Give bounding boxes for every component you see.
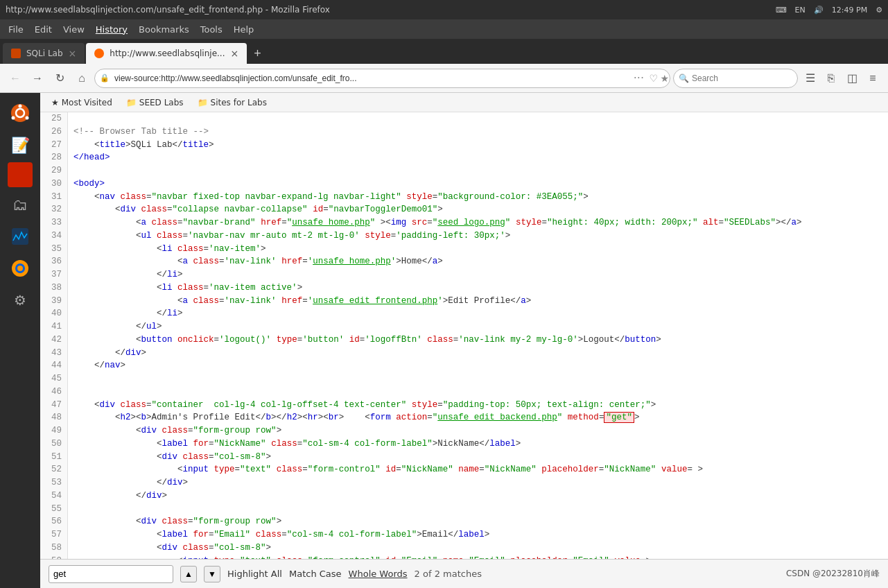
match-case-option[interactable]: Match Case — [289, 569, 342, 579]
menu-view[interactable]: View — [58, 21, 90, 37]
navbar: ← → ↻ ⌂ 🔒 ··· ♡ ★ 🔍 ☰ ⎘ ◫ ≡ — [0, 64, 888, 93]
menu-help[interactable]: Help — [228, 21, 260, 37]
menu-file[interactable]: File — [3, 21, 29, 37]
tab-sqli-lab[interactable]: SQLi Lab × — [3, 43, 85, 64]
line-number: 49 — [40, 424, 68, 438]
bookmark-star-icon[interactable]: ★ — [660, 73, 669, 84]
tab-source[interactable]: http://www.seedlabsqlinje... × — [86, 43, 247, 64]
menu-button[interactable]: ≡ — [863, 69, 882, 88]
line-content: <label for="NickName" class="col-sm-4 co… — [68, 438, 888, 451]
sidebar-red-icon[interactable] — [8, 162, 33, 187]
reload-button[interactable]: ↻ — [50, 69, 69, 88]
bookmark-heart-icon[interactable]: ♡ — [649, 73, 658, 84]
sidebar-firefox-icon[interactable] — [6, 254, 35, 283]
forward-button[interactable]: → — [28, 69, 47, 88]
line-number: 57 — [40, 528, 68, 542]
line-content — [68, 164, 888, 178]
bookmark-sites-for-labs[interactable]: 📁 Sites for Labs — [192, 96, 272, 109]
url-options-icon[interactable]: ··· — [634, 71, 644, 85]
titlebar-left: http://www.seedlabsqlinjection.com/unsaf… — [6, 5, 330, 15]
line-number: 58 — [40, 542, 68, 555]
svg-point-4 — [26, 116, 29, 120]
menu-bookmarks[interactable]: Bookmarks — [133, 21, 195, 37]
line-number: 47 — [40, 399, 68, 412]
highlight-all-option[interactable]: Highlight All — [227, 569, 282, 579]
menu-history[interactable]: History — [90, 21, 133, 37]
line-number: 28 — [40, 151, 68, 164]
table-row: 57 <label for="Email" class="col-sm-4 co… — [40, 528, 888, 542]
synced-tabs-button[interactable]: ⎘ — [821, 69, 841, 88]
folder-icon: 📁 — [126, 98, 137, 107]
lang-indicator: EN — [795, 6, 806, 15]
sidebar-settings-icon[interactable]: ⚙ — [6, 286, 35, 315]
tab-close-source[interactable]: × — [230, 48, 238, 59]
line-content: <div class="form-group row"> — [68, 515, 888, 528]
library-button[interactable]: ☰ — [801, 69, 820, 88]
code-area: 2526<!-- Browser Tab title -->27 <title>… — [40, 112, 888, 559]
line-number: 35 — [40, 243, 68, 256]
line-content: <title>SQLi Lab</title> — [68, 139, 888, 152]
new-tab-button[interactable]: + — [248, 44, 267, 64]
tab-label-source: http://www.seedlabsqlinje... — [110, 49, 225, 58]
search-input[interactable] — [673, 69, 798, 88]
table-row: 48 <h2><b>Admin's Profile Edit</b></h2><… — [40, 411, 888, 424]
find-next-button[interactable]: ▼ — [204, 566, 220, 582]
nav-extras: ☰ ⎘ ◫ ≡ — [801, 69, 882, 88]
table-row: 53 </div> — [40, 476, 888, 490]
search-container: 🔍 — [673, 69, 798, 88]
line-number: 45 — [40, 372, 68, 386]
line-number: 54 — [40, 490, 68, 503]
line-number: 42 — [40, 334, 68, 347]
table-row: 40 </li> — [40, 307, 888, 320]
bookmark-seed-labs[interactable]: 📁 SEED Labs — [121, 96, 189, 109]
sidebar-notes-icon[interactable]: 📝 — [6, 130, 35, 159]
url-input[interactable] — [94, 69, 670, 88]
volume-icon: 🔊 — [814, 6, 824, 15]
menu-tools[interactable]: Tools — [195, 21, 228, 37]
table-row: 52 <input type="text" class="form-contro… — [40, 463, 888, 476]
line-content: <input type="text" class="form-control" … — [68, 463, 888, 476]
line-number: 43 — [40, 347, 68, 360]
table-row: 27 <title>SQLi Lab</title> — [40, 139, 888, 152]
table-row: 42 <button onclick='logout()' type='butt… — [40, 334, 888, 347]
sidebar-ubuntu-icon[interactable] — [6, 98, 35, 128]
browser-window: http://www.seedlabsqlinjection.com/unsaf… — [0, 0, 888, 588]
table-row: 32 <div class="collapse navbar-collapse"… — [40, 203, 888, 216]
line-number: 44 — [40, 359, 68, 372]
menu-edit[interactable]: Edit — [29, 21, 58, 37]
table-row: 58 <div class="col-sm-8"> — [40, 542, 888, 555]
line-number: 34 — [40, 230, 68, 243]
whole-words-option[interactable]: Whole Words — [349, 569, 408, 579]
line-content: <li class='nav-item'> — [68, 243, 888, 256]
table-row: 36 <a class='nav-link' href='unsafe_home… — [40, 255, 888, 268]
sidebar-wireshark-icon[interactable] — [6, 222, 35, 251]
line-content: </div> — [68, 476, 888, 490]
line-number: 33 — [40, 216, 68, 230]
line-content: <div class="col-sm-8"> — [68, 451, 888, 464]
find-previous-button[interactable]: ▲ — [180, 566, 197, 582]
line-content: <div class="col-sm-8"> — [68, 542, 888, 555]
sidebar-toggle-button[interactable]: ◫ — [842, 69, 862, 88]
menubar: File Edit View History Bookmarks Tools H… — [0, 19, 888, 39]
table-row: 45 — [40, 372, 888, 386]
table-row: 47 <div class="container col-lg-4 col-lg… — [40, 399, 888, 412]
tab-close-sqli[interactable]: × — [69, 48, 77, 59]
table-row: 46 — [40, 386, 888, 399]
home-button[interactable]: ⌂ — [72, 69, 92, 88]
line-content — [68, 372, 888, 386]
table-row: 33 <a class="navbar-brand" href="unsafe_… — [40, 216, 888, 230]
line-content: <a class='nav-link' href='unsafe_home.ph… — [68, 255, 888, 268]
find-matches: 2 of 2 matches — [415, 569, 482, 579]
whole-words-label: Whole Words — [349, 569, 408, 579]
table-row: 35 <li class='nav-item'> — [40, 243, 888, 256]
line-number: 29 — [40, 164, 68, 178]
bookmark-most-visited[interactable]: ★ Most Visited — [46, 96, 118, 109]
sidebar-files-icon[interactable]: 🗂 — [6, 190, 35, 219]
table-row: 50 <label for="NickName" class="col-sm-4… — [40, 438, 888, 451]
match-case-label: Match Case — [289, 569, 342, 579]
line-content: <div class="form-group row"> — [68, 424, 888, 438]
table-row: 28</head> — [40, 151, 888, 164]
line-number: 50 — [40, 438, 68, 451]
back-button[interactable]: ← — [6, 69, 25, 88]
find-input[interactable] — [49, 565, 173, 583]
